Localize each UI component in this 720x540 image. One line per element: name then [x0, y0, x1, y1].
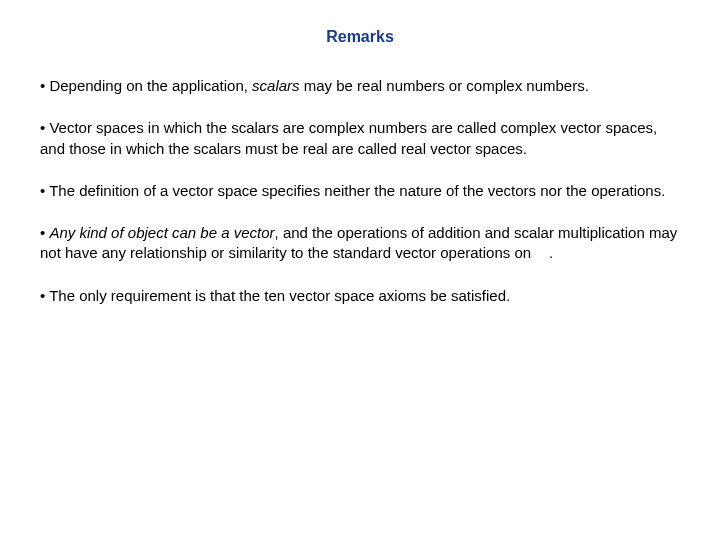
bullet-text: Depending on the application, [49, 77, 252, 94]
bullet-item: The definition of a vector space specifi… [40, 181, 680, 201]
bullet-text: may be real numbers or complex numbers. [300, 77, 589, 94]
bullet-text: The definition of a vector space specifi… [49, 182, 665, 199]
bullet-item: Vector spaces in which the scalars are c… [40, 118, 680, 159]
bullet-text: . [549, 244, 553, 261]
bullet-item: The only requirement is that the ten vec… [40, 286, 680, 306]
bullet-emphasis: Any kind of object can be a vector [49, 224, 274, 241]
bullet-list: Depending on the application, scalars ma… [40, 76, 680, 306]
bullet-emphasis: scalars [252, 77, 300, 94]
page-title: Remarks [40, 28, 680, 46]
bullet-text: The only requirement is that the ten vec… [49, 287, 510, 304]
bullet-item: Any kind of object can be a vector, and … [40, 223, 680, 264]
bullet-text: Vector spaces in which the scalars are c… [40, 119, 657, 156]
bullet-item: Depending on the application, scalars ma… [40, 76, 680, 96]
